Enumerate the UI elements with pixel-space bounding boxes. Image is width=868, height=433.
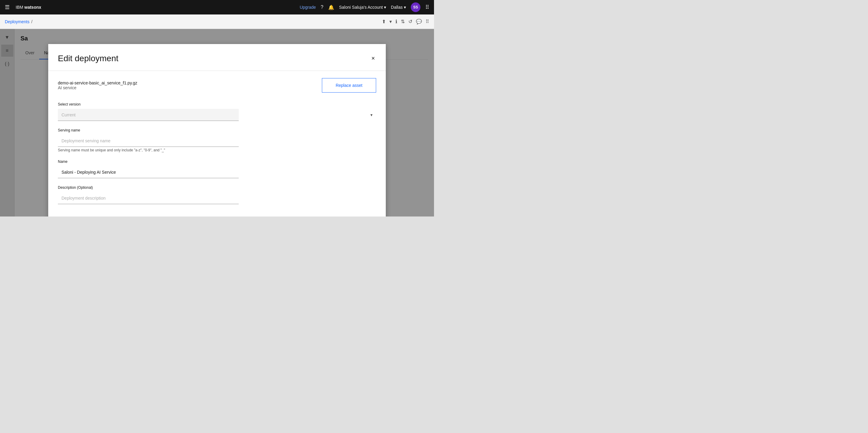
- breadcrumb: Deployments /: [5, 19, 382, 24]
- secondary-nav-icons: ⬆ ▾ ℹ ⇅ ↺ 💬 ⠿: [382, 19, 429, 24]
- chevron-down-icon: ▾: [370, 113, 373, 117]
- secondary-nav: Deployments / ⬆ ▾ ℹ ⇅ ↺ 💬 ⠿: [0, 15, 434, 29]
- description-label: Description (Optional): [58, 185, 376, 190]
- help-icon[interactable]: ?: [321, 4, 323, 10]
- account-menu[interactable]: Saloni Saluja's Account ▾: [339, 5, 386, 10]
- main-area: ▼ ≡ (·) Sa Over Nam Edit deployment × de…: [0, 29, 434, 216]
- asset-info: demo-ai-service-basic_ai_service_f1.py.g…: [58, 81, 315, 90]
- serving-name-input[interactable]: [58, 135, 239, 147]
- name-input[interactable]: [58, 166, 239, 178]
- breadcrumb-separator: /: [31, 19, 33, 24]
- chevron-down-icon: ▾: [384, 5, 386, 10]
- top-nav: ☰ IBM watsonx Upgrade ? 🔔 Saloni Saluja'…: [0, 0, 434, 15]
- grid-view-icon[interactable]: ⠿: [426, 19, 429, 24]
- asset-section: demo-ai-service-basic_ai_service_f1.py.g…: [58, 78, 376, 93]
- history-icon[interactable]: ↺: [408, 19, 412, 24]
- name-group: Name: [58, 160, 376, 178]
- select-version-label: Select version: [58, 102, 376, 107]
- serving-name-label: Serving name: [58, 128, 376, 133]
- modal-body: demo-ai-service-basic_ai_service_f1.py.g…: [48, 71, 386, 216]
- select-version-wrapper: Current ▾: [58, 109, 376, 121]
- modal-close-button[interactable]: ×: [370, 54, 376, 63]
- chevron-down-icon[interactable]: ▾: [390, 19, 392, 24]
- modal-overlay: Edit deployment × demo-ai-service-basic_…: [0, 29, 434, 216]
- description-group: Description (Optional): [58, 185, 376, 204]
- apps-icon[interactable]: ⠿: [425, 4, 429, 10]
- avatar[interactable]: SS: [411, 2, 421, 12]
- asset-filename: demo-ai-service-basic_ai_service_f1.py.g…: [58, 81, 315, 85]
- chevron-down-icon: ▾: [404, 5, 406, 10]
- notification-icon[interactable]: 🔔: [328, 4, 334, 10]
- description-input[interactable]: [58, 192, 239, 204]
- replace-asset-button[interactable]: Replace asset: [322, 78, 376, 93]
- brand-logo: IBM watsonx: [16, 5, 296, 10]
- info-icon[interactable]: ℹ: [396, 19, 397, 24]
- edit-deployment-modal: Edit deployment × demo-ai-service-basic_…: [48, 44, 386, 216]
- upgrade-link[interactable]: Upgrade: [300, 5, 316, 10]
- hamburger-icon[interactable]: ☰: [5, 4, 10, 10]
- chat-icon[interactable]: 💬: [416, 19, 422, 24]
- breadcrumb-deployments[interactable]: Deployments: [5, 19, 30, 24]
- region-menu[interactable]: Dallas ▾: [391, 5, 406, 10]
- export-icon[interactable]: ⬆: [382, 19, 386, 24]
- select-version-group: Select version Current ▾: [58, 102, 376, 121]
- select-version-dropdown[interactable]: Current: [58, 109, 239, 121]
- nav-right: Upgrade ? 🔔 Saloni Saluja's Account ▾ Da…: [300, 2, 429, 12]
- modal-title: Edit deployment: [58, 54, 119, 63]
- serving-name-hint: Serving name must be unique and only inc…: [58, 148, 376, 152]
- serving-name-group: Serving name Serving name must be unique…: [58, 128, 376, 152]
- asset-type: AI service: [58, 85, 315, 90]
- modal-header: Edit deployment ×: [48, 44, 386, 71]
- name-label: Name: [58, 160, 376, 164]
- filter-icon[interactable]: ⇅: [401, 19, 405, 24]
